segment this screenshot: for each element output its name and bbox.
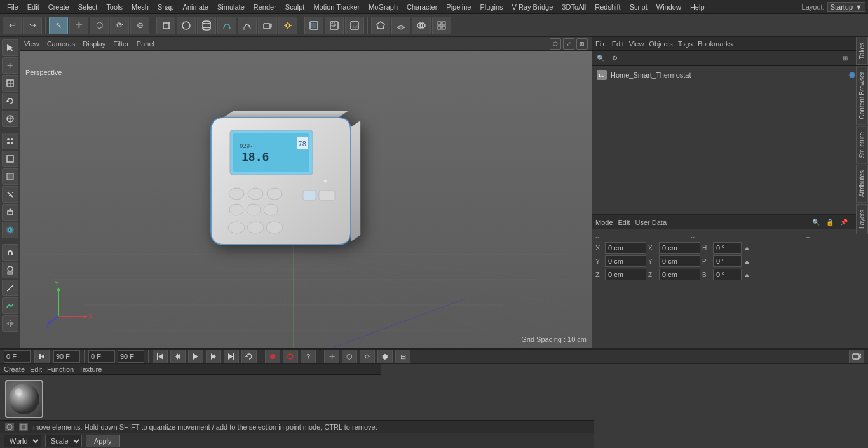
frame-end-input[interactable] xyxy=(53,350,80,363)
menu-mesh[interactable]: Mesh xyxy=(127,2,153,12)
coord-x-size[interactable] xyxy=(659,242,700,254)
render-region-button[interactable] xyxy=(325,17,344,34)
vp-arrows-btn[interactable]: ⤢ xyxy=(563,38,574,50)
knife-tool-btn[interactable] xyxy=(2,186,18,203)
cylinder-button[interactable] xyxy=(197,17,216,34)
step-forward-btn[interactable] xyxy=(206,350,221,363)
scale-button[interactable]: ⬡ xyxy=(90,17,109,34)
obj-snap-btn[interactable]: ⊞ xyxy=(839,53,851,64)
select-mode-button[interactable]: ↖ xyxy=(49,17,68,34)
obj-menu-objects[interactable]: Objects xyxy=(649,40,672,48)
extrude-btn[interactable] xyxy=(2,204,18,221)
coord-y-pos[interactable] xyxy=(605,255,646,267)
tab-structure[interactable]: Structure xyxy=(856,126,868,164)
coord-h-val[interactable] xyxy=(713,242,742,254)
sculpt-btn[interactable] xyxy=(2,297,18,314)
tab-layers[interactable]: Layers xyxy=(856,204,868,234)
boole-button[interactable] xyxy=(412,17,431,34)
poly-mode-btn[interactable] xyxy=(2,168,18,185)
menu-select[interactable]: Select xyxy=(74,2,102,12)
attr-menu-edit[interactable]: Edit xyxy=(618,219,630,226)
rotate-button[interactable]: ⟳ xyxy=(110,17,129,34)
menu-motiontracker[interactable]: Motion Tracker xyxy=(309,2,364,12)
menu-character[interactable]: Character xyxy=(402,2,442,12)
obj-menu-bookmarks[interactable]: Bookmarks xyxy=(698,40,733,48)
coord-x-pos[interactable] xyxy=(605,242,646,254)
vp-menu-view[interactable]: View xyxy=(24,40,39,48)
point-mode-btn[interactable] xyxy=(2,133,18,149)
edge-mode-btn[interactable] xyxy=(2,151,18,167)
polygon-button[interactable] xyxy=(371,17,390,34)
obj-menu-file[interactable]: File xyxy=(595,40,607,48)
record-btn[interactable] xyxy=(265,350,280,363)
play-btn[interactable] xyxy=(188,350,203,363)
menu-create[interactable]: Create xyxy=(44,2,74,12)
obj-search-btn[interactable]: 🔍 xyxy=(594,53,607,64)
attr-menu-mode[interactable]: Mode xyxy=(595,219,613,226)
spline-button[interactable] xyxy=(217,17,236,34)
undo-button[interactable]: ↩ xyxy=(3,17,22,34)
help-btn[interactable]: ? xyxy=(301,350,316,363)
mat-menu-edit[interactable]: Edit xyxy=(30,365,42,373)
step-back-btn[interactable] xyxy=(170,350,186,363)
mat-menu-texture[interactable]: Texture xyxy=(79,365,102,373)
cube-button[interactable] xyxy=(156,17,175,34)
menu-edit[interactable]: Edit xyxy=(23,2,44,12)
coord-z-pos[interactable] xyxy=(605,269,646,280)
viewport-3d[interactable]: 029- 18.6 78 xyxy=(20,51,592,348)
obj-filter-btn[interactable]: ⚙ xyxy=(608,53,621,64)
attr-lock-btn[interactable]: 🔒 xyxy=(824,217,836,228)
attr-search-btn[interactable]: 🔍 xyxy=(810,217,822,228)
transform-object-btn[interactable] xyxy=(2,111,18,127)
redo-button[interactable]: ↪ xyxy=(23,17,42,34)
attr-pin-btn[interactable]: 📌 xyxy=(837,217,850,228)
move-tool-btn[interactable]: ✛ xyxy=(324,350,339,363)
menu-3dtoall[interactable]: 3DToAll xyxy=(557,2,590,12)
menu-render[interactable]: Render xyxy=(249,2,281,12)
menu-help[interactable]: Help xyxy=(686,2,709,12)
go-start-btn[interactable] xyxy=(153,350,168,363)
scale-object-btn[interactable] xyxy=(2,75,18,92)
obj-tool-btn[interactable]: ⬢ xyxy=(377,350,393,363)
menu-tools[interactable]: Tools xyxy=(102,2,127,12)
menu-sculpt[interactable]: Sculpt xyxy=(281,2,309,12)
world-dropdown[interactable]: World xyxy=(4,435,41,447)
paint-btn[interactable] xyxy=(2,280,18,296)
rotate-tool-btn[interactable]: ⟳ xyxy=(360,350,375,363)
tab-takes[interactable]: Takes xyxy=(856,37,868,65)
menu-animate[interactable]: Animate xyxy=(179,2,213,12)
frame-start2-input[interactable] xyxy=(88,350,115,363)
attr-menu-userdata[interactable]: User Data xyxy=(635,219,667,226)
vp-menu-display[interactable]: Display xyxy=(83,40,105,48)
select-object-btn[interactable] xyxy=(2,39,18,56)
vp-lock-btn[interactable]: ⊞ xyxy=(576,38,588,50)
menu-file[interactable]: File xyxy=(3,2,23,12)
obj-menu-view[interactable]: View xyxy=(629,40,644,48)
render-viewport-button[interactable] xyxy=(304,17,323,34)
rotate-object-btn[interactable] xyxy=(2,93,18,109)
magnet-btn[interactable] xyxy=(2,244,18,261)
move-button[interactable]: ✛ xyxy=(69,17,88,34)
vp-expand-btn[interactable]: ⬡ xyxy=(550,38,561,50)
obj-menu-tags[interactable]: Tags xyxy=(678,40,693,48)
viewport[interactable]: View Cameras Display Filter Panel ⬡ ⤢ ⊞ xyxy=(20,37,592,348)
layout-dropdown[interactable]: Startup ▼ xyxy=(827,2,865,12)
coord-b-val[interactable] xyxy=(713,269,742,280)
frame-start-input[interactable] xyxy=(4,350,31,363)
mat-menu-create[interactable]: Create xyxy=(4,365,25,373)
stamp-btn[interactable] xyxy=(2,262,18,278)
scale-dropdown[interactable]: Scale xyxy=(45,435,82,447)
vp-menu-cameras[interactable]: Cameras xyxy=(47,40,76,48)
frame-start-btn[interactable] xyxy=(34,350,50,363)
sweep-button[interactable] xyxy=(238,17,257,34)
menu-window[interactable]: Window xyxy=(652,2,686,12)
menu-snap[interactable]: Snap xyxy=(153,2,179,12)
coord-y-size[interactable] xyxy=(659,255,700,267)
camera-button[interactable] xyxy=(258,17,277,34)
loop-btn[interactable] xyxy=(241,350,257,363)
array-button[interactable] xyxy=(432,17,451,34)
menu-redshift[interactable]: Redshift xyxy=(590,2,625,12)
vp-menu-panel[interactable]: Panel xyxy=(137,40,154,48)
menu-script[interactable]: Script xyxy=(625,2,652,12)
menu-pipeline[interactable]: Pipeline xyxy=(442,2,475,12)
